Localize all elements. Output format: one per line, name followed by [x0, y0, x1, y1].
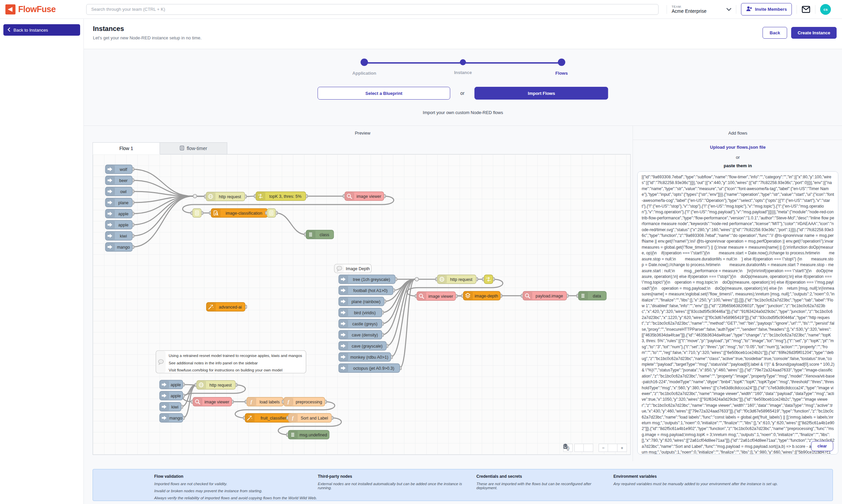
canvas-toolbar: {} − +	[563, 444, 627, 452]
note-title: Flow validation	[154, 474, 318, 479]
flow-node-topK 3, thres: 5%[interactable]: topK 3, thres: 5%	[254, 192, 308, 200]
zoom-in-button[interactable]: +	[617, 444, 627, 452]
flow-node-apple[interactable]: apple	[160, 380, 185, 389]
note-line: External nodes are not installed automat…	[318, 482, 476, 490]
flow-node-image viewer[interactable]: image viewer	[191, 397, 233, 406]
flow-node-data[interactable]: data	[577, 291, 606, 300]
flow-node-template[interactable]	[191, 209, 203, 217]
main-content: Instances Let's get your new Node-RED in…	[84, 19, 842, 504]
flow-node-change[interactable]	[483, 275, 494, 284]
svg-text:apple: apple	[171, 382, 181, 387]
flow-node-class[interactable]: class	[304, 230, 334, 239]
copy-button[interactable]	[574, 444, 584, 452]
flow-node-plane[interactable]: plane	[105, 198, 134, 207]
flow-node-http request[interactable]: http request	[204, 192, 246, 201]
flow-node-junction[interactable]	[193, 195, 197, 198]
notifications-mail-icon[interactable]	[802, 6, 810, 13]
invite-members-button[interactable]: Invite Members	[741, 3, 792, 16]
tab-flow-1[interactable]: Flow 1	[92, 142, 160, 155]
flow-node-image viewer[interactable]: image viewer	[343, 192, 385, 200]
flow-node-mango[interactable]: mango	[160, 414, 185, 422]
back-to-instances-label: Back to Instances	[14, 28, 48, 33]
svg-text:plane (rainbow): plane (rainbow)	[351, 300, 381, 304]
flow-node-football (hot A1>0)[interactable]: football (hot A1>0)	[339, 286, 394, 295]
back-to-instances-button[interactable]: Back to Instances	[3, 24, 80, 36]
flow-node-octopus (jet A0.9>0.3)[interactable]: octopus (jet A0.9>0.3)	[339, 364, 401, 373]
flowfuse-logo[interactable]: FlowFuse	[5, 4, 86, 15]
flow-node-plane (rainbow)[interactable]: plane (rainbow)	[339, 297, 386, 306]
step-application[interactable]: Application	[344, 59, 384, 76]
flow-node-preprocessing[interactable]: preprocessing	[282, 397, 327, 406]
flow-node-load labels[interactable]: load labels	[245, 397, 285, 406]
flow-node-Sort and Label[interactable]: Sort and Label	[286, 414, 333, 422]
select-blueprint-button[interactable]: Select a Blueprint	[317, 87, 450, 100]
flow-node-beer[interactable]: beer	[105, 176, 134, 185]
svg-text:payload.image: payload.image	[536, 294, 563, 299]
flow-node-image-depth[interactable]: image-depth	[461, 291, 502, 300]
flow-node-image-classification[interactable]: image-classification	[209, 209, 269, 217]
step-dot	[361, 58, 368, 66]
or-label: or	[636, 155, 839, 160]
flow-node-mango[interactable]: mango	[105, 242, 134, 251]
flow-node-apple[interactable]: apple	[105, 209, 134, 218]
note-title: Third-party nodes	[318, 474, 476, 479]
back-button[interactable]: Back	[762, 27, 787, 39]
add-flows-heading: Add flows	[636, 126, 839, 140]
flow-node-wolf[interactable]: wolf	[105, 165, 134, 174]
upload-flows-link[interactable]: Upload your flows.json file	[710, 145, 766, 150]
flow-node-apple[interactable]: apple	[105, 220, 134, 229]
flows-json-textarea[interactable]	[637, 171, 838, 454]
flow-node-tree (1ch greyscale)[interactable]: tree (1ch greyscale)	[339, 275, 397, 284]
flow-node-template[interactable]	[265, 209, 277, 217]
svg-text:kiwi: kiwi	[171, 405, 178, 410]
flow-node-junction[interactable]	[415, 277, 419, 281]
clear-button[interactable]: clear	[811, 441, 833, 451]
flow-node-kiwi[interactable]: kiwi	[105, 232, 134, 240]
svg-text:Visit flowfuse.com/blog for in: Visit flowfuse.com/blog for instructions…	[169, 368, 282, 372]
flow-node-apple[interactable]: apple	[160, 391, 185, 400]
svg-text:mango: mango	[117, 245, 129, 250]
sidebar: Back to Instances	[0, 19, 84, 504]
note-title: Environment variables	[613, 474, 826, 479]
flow-node-Image Depth[interactable]: Image Depth	[334, 264, 371, 273]
step-instance[interactable]: Instance	[443, 59, 483, 75]
flow-node-cave (density)[interactable]: cave (density)	[339, 330, 384, 339]
flow-node-image viewer[interactable]: image viewer	[415, 292, 457, 301]
flow-node-http request[interactable]: http request	[195, 380, 237, 389]
flow-node-bird (viridis)[interactable]: bird (viridis)	[339, 308, 384, 317]
flow-node-castle (greys)[interactable]: castle (greys)	[339, 319, 384, 328]
flow-node-comment-box[interactable]: Using a retrained resnet model trained t…	[156, 350, 306, 373]
svg-text:monkey (rdbu A0>1): monkey (rdbu A0>1)	[350, 355, 388, 360]
search-input[interactable]	[86, 4, 659, 15]
page-subtitle: Let's get your new Node-RED instance set…	[93, 35, 833, 40]
user-avatar[interactable]: cs	[820, 4, 831, 15]
create-instance-button[interactable]: Create Instance	[791, 27, 837, 39]
flow-node-payload.image[interactable]: payload.image	[521, 291, 568, 300]
flow-node-http request[interactable]: http request	[436, 275, 478, 284]
flow-node-cave (grayscale)[interactable]: cave (grayscale)	[339, 342, 388, 350]
flow-node-monkey (rdbu A0>1)[interactable]: monkey (rdbu A0>1)	[339, 353, 392, 361]
import-flows-button[interactable]: Import Flows	[475, 87, 608, 100]
zoom-reset-button[interactable]	[608, 444, 617, 452]
person-plus-icon	[746, 6, 752, 13]
flow-node-msg.undefined[interactable]: msg.undefined	[286, 430, 329, 439]
flow-node-kiwi[interactable]: kiwi	[160, 402, 183, 411]
flow-node-owl[interactable]: owl	[105, 187, 134, 196]
team-selector[interactable]: TEAM: Acme Enterprise	[672, 5, 731, 14]
svg-text:advanced-ai: advanced-ai	[219, 305, 242, 309]
download-button[interactable]	[584, 444, 593, 452]
step-dot	[558, 58, 565, 66]
flow-node-advanced-ai[interactable]: advanced-ai	[206, 303, 247, 311]
step-flows[interactable]: Flows	[541, 59, 582, 76]
svg-text:image viewer: image viewer	[204, 400, 229, 404]
team-label: TEAM:	[672, 5, 706, 8]
flow-diagram: f wolfbeerowlplaneappleapplekiwimangohtt…	[93, 155, 631, 455]
svg-text:beer: beer	[119, 178, 128, 183]
step-dot	[460, 59, 466, 65]
flow-canvas[interactable]: f wolfbeerowlplaneappleapplekiwimangohtt…	[92, 155, 631, 455]
zoom-out-button[interactable]: −	[599, 444, 608, 452]
svg-text:http request: http request	[209, 383, 232, 388]
note-line: Always verify the reliability of importe…	[154, 496, 318, 500]
tab-flow-timer[interactable]: flow-timer	[160, 142, 227, 154]
svg-text:cave (density): cave (density)	[352, 333, 378, 338]
